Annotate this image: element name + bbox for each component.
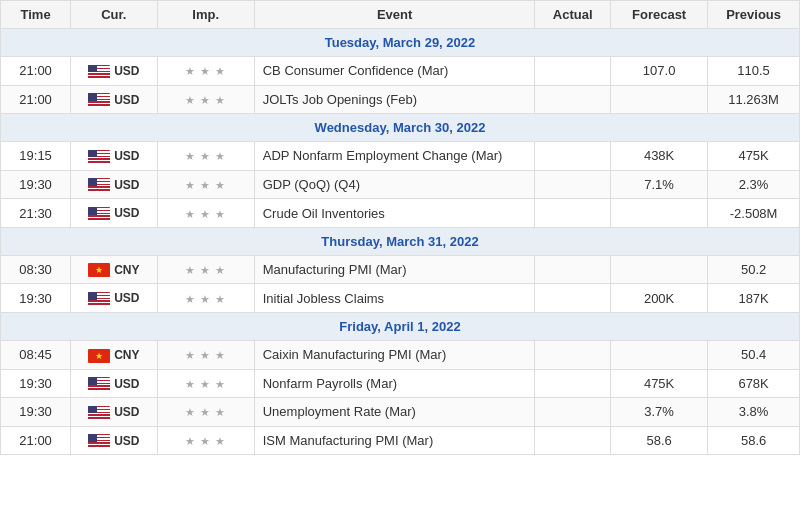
event-name: GDP (QoQ) (Q4) [254, 170, 535, 199]
flag-usd-icon [88, 292, 110, 306]
event-forecast [611, 199, 708, 228]
event-currency: USD [71, 398, 157, 427]
event-previous: 50.2 [708, 255, 800, 284]
currency-label: CNY [114, 263, 139, 277]
star-icon: ★ [215, 349, 226, 361]
star-icon: ★ [185, 65, 196, 77]
event-importance: ★ ★ ★ [157, 284, 254, 313]
event-time: 19:30 [1, 398, 71, 427]
event-previous: 11.263M [708, 85, 800, 114]
event-name: JOLTs Job Openings (Feb) [254, 85, 535, 114]
event-previous: 3.8% [708, 398, 800, 427]
event-name: Manufacturing PMI (Mar) [254, 255, 535, 284]
event-actual [535, 426, 611, 455]
event-time: 21:00 [1, 426, 71, 455]
importance-stars: ★ ★ ★ [185, 264, 226, 276]
star-icon: ★ [185, 435, 196, 447]
star-icon: ★ [215, 94, 226, 106]
star-icon: ★ [185, 208, 196, 220]
event-forecast: 475K [611, 369, 708, 398]
importance-stars: ★ ★ ★ [185, 94, 226, 106]
event-currency: USD [71, 142, 157, 171]
event-importance: ★ ★ ★ [157, 369, 254, 398]
table-row: 19:30USD★ ★ ★Unemployment Rate (Mar)3.7%… [1, 398, 800, 427]
table-row: 21:00USD★ ★ ★JOLTs Job Openings (Feb)11.… [1, 85, 800, 114]
star-icon: ★ [185, 264, 196, 276]
event-name: Unemployment Rate (Mar) [254, 398, 535, 427]
star-icon: ★ [215, 264, 226, 276]
event-name: ADP Nonfarm Employment Change (Mar) [254, 142, 535, 171]
table-row: 08:45CNY★ ★ ★Caixin Manufacturing PMI (M… [1, 340, 800, 369]
event-actual [535, 199, 611, 228]
star-icon: ★ [200, 65, 211, 77]
star-icon: ★ [200, 208, 211, 220]
day-label: Wednesday, March 30, 2022 [1, 114, 800, 142]
flag-usd-icon [88, 93, 110, 107]
currency-label: USD [114, 377, 139, 391]
star-icon: ★ [215, 208, 226, 220]
event-previous: 2.3% [708, 170, 800, 199]
currency-label: USD [114, 405, 139, 419]
event-time: 21:00 [1, 85, 71, 114]
currency-label: USD [114, 64, 139, 78]
currency-label: USD [114, 291, 139, 305]
star-icon: ★ [200, 349, 211, 361]
event-importance: ★ ★ ★ [157, 199, 254, 228]
currency-label: USD [114, 149, 139, 163]
day-header-row: Friday, April 1, 2022 [1, 312, 800, 340]
header-time: Time [1, 1, 71, 29]
event-actual [535, 57, 611, 86]
currency-label: USD [114, 206, 139, 220]
event-previous: -2.508M [708, 199, 800, 228]
event-previous: 475K [708, 142, 800, 171]
economic-calendar-table: Time Cur. Imp. Event Actual Forecast Pre… [0, 0, 800, 455]
event-name: CB Consumer Confidence (Mar) [254, 57, 535, 86]
currency-label: CNY [114, 348, 139, 362]
currency-label: USD [114, 178, 139, 192]
star-icon: ★ [215, 65, 226, 77]
event-forecast: 7.1% [611, 170, 708, 199]
table-row: 08:30CNY★ ★ ★Manufacturing PMI (Mar)50.2 [1, 255, 800, 284]
event-currency: USD [71, 426, 157, 455]
event-previous: 110.5 [708, 57, 800, 86]
event-importance: ★ ★ ★ [157, 57, 254, 86]
importance-stars: ★ ★ ★ [185, 293, 226, 305]
star-icon: ★ [185, 94, 196, 106]
event-name: Crude Oil Inventories [254, 199, 535, 228]
flag-usd-icon [88, 434, 110, 448]
header-actual: Actual [535, 1, 611, 29]
day-header-row: Tuesday, March 29, 2022 [1, 29, 800, 57]
importance-stars: ★ ★ ★ [185, 378, 226, 390]
table-row: 21:30USD★ ★ ★Crude Oil Inventories-2.508… [1, 199, 800, 228]
star-icon: ★ [185, 150, 196, 162]
star-icon: ★ [185, 349, 196, 361]
table-row: 19:30USD★ ★ ★GDP (QoQ) (Q4)7.1%2.3% [1, 170, 800, 199]
star-icon: ★ [185, 406, 196, 418]
table-row: 19:30USD★ ★ ★Nonfarm Payrolls (Mar)475K6… [1, 369, 800, 398]
event-previous: 678K [708, 369, 800, 398]
table-row: 21:00USD★ ★ ★ISM Manufacturing PMI (Mar)… [1, 426, 800, 455]
flag-usd-icon [88, 207, 110, 221]
event-currency: USD [71, 57, 157, 86]
event-importance: ★ ★ ★ [157, 340, 254, 369]
event-actual [535, 369, 611, 398]
event-previous: 187K [708, 284, 800, 313]
importance-stars: ★ ★ ★ [185, 349, 226, 361]
star-icon: ★ [215, 293, 226, 305]
day-header-row: Wednesday, March 30, 2022 [1, 114, 800, 142]
event-currency: USD [71, 369, 157, 398]
day-header-row: Thursday, March 31, 2022 [1, 227, 800, 255]
day-label: Friday, April 1, 2022 [1, 312, 800, 340]
event-actual [535, 284, 611, 313]
flag-usd-icon [88, 178, 110, 192]
header-event: Event [254, 1, 535, 29]
event-name: Initial Jobless Claims [254, 284, 535, 313]
star-icon: ★ [200, 179, 211, 191]
flag-cny-icon [88, 263, 110, 277]
importance-stars: ★ ★ ★ [185, 150, 226, 162]
event-forecast: 200K [611, 284, 708, 313]
day-label: Tuesday, March 29, 2022 [1, 29, 800, 57]
header-currency: Cur. [71, 1, 157, 29]
star-icon: ★ [200, 378, 211, 390]
event-time: 08:30 [1, 255, 71, 284]
